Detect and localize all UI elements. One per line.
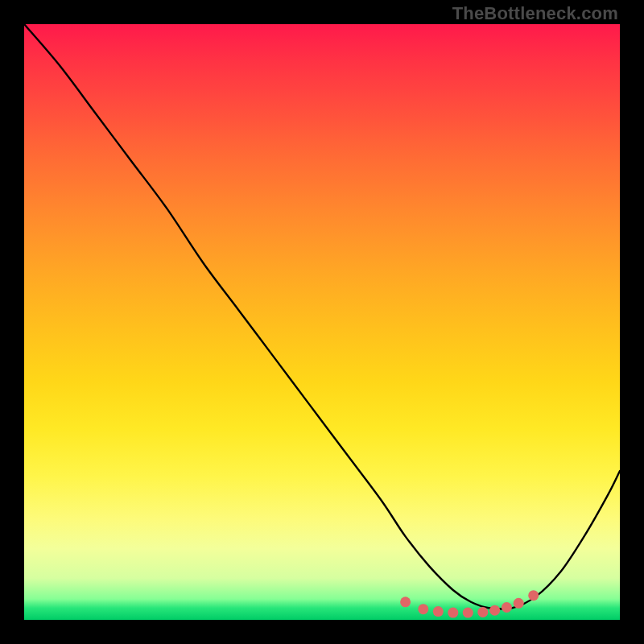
sweet-spot-marker bbox=[418, 604, 428, 614]
sweet-spot-marker bbox=[463, 608, 473, 618]
sweet-spot-marker bbox=[433, 606, 444, 617]
sweet-spot-marker bbox=[514, 598, 524, 609]
sweet-spot-markers bbox=[400, 590, 539, 617]
plot-area bbox=[24, 24, 620, 620]
sweet-spot-marker bbox=[448, 608, 458, 618]
sweet-spot-marker bbox=[477, 607, 488, 617]
sweet-spot-marker bbox=[400, 597, 411, 607]
bottleneck-curve bbox=[24, 24, 620, 609]
chart-frame: TheBottleneck.com bbox=[0, 0, 644, 644]
sweet-spot-marker bbox=[528, 590, 539, 601]
curve-layer bbox=[24, 24, 620, 620]
sweet-spot-marker bbox=[489, 605, 500, 616]
sweet-spot-marker bbox=[502, 602, 512, 613]
watermark-label: TheBottleneck.com bbox=[452, 3, 618, 24]
